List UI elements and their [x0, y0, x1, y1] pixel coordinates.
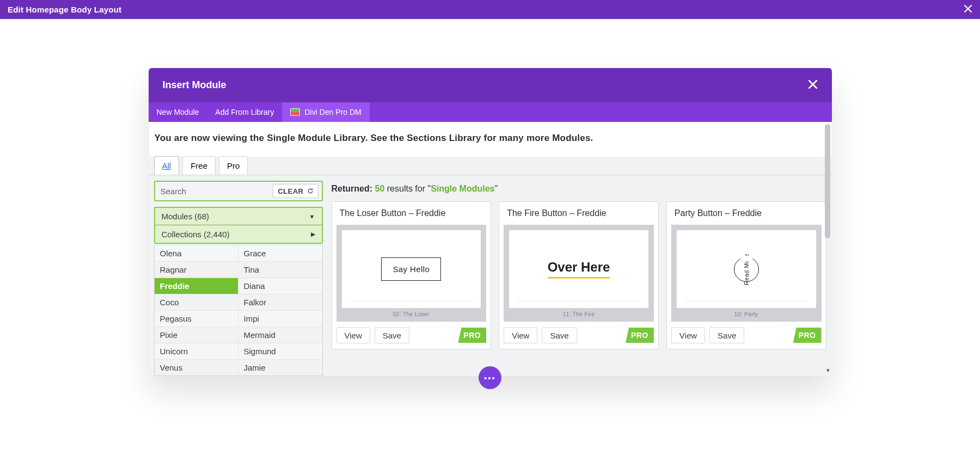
- filter-tab-label: Free: [191, 161, 207, 170]
- search-input[interactable]: [161, 187, 273, 196]
- clear-label: CLEAR: [278, 187, 303, 195]
- clear-button[interactable]: CLEAR: [273, 184, 318, 198]
- cards-row: The Loser Button – FreddieSay Hello02: T…: [332, 201, 826, 349]
- view-button[interactable]: View: [671, 327, 705, 343]
- returned-text: ": [494, 184, 498, 193]
- caret-right-icon: ▶: [311, 231, 315, 238]
- save-button[interactable]: Save: [375, 327, 409, 343]
- preview-stage: Read More: [677, 230, 816, 308]
- filter-tabs: All Free Pro: [149, 156, 832, 175]
- app-close-button[interactable]: [964, 3, 972, 16]
- collection-item[interactable]: Ragnar: [155, 261, 238, 278]
- card-title: The Loser Button – Freddie: [332, 202, 491, 225]
- module-card: The Loser Button – FreddieSay Hello02: T…: [332, 201, 492, 349]
- card-title: Party Button – Freddie: [667, 202, 826, 225]
- collection-item[interactable]: Falkor: [238, 294, 322, 310]
- accordion-modules[interactable]: Modules (68) ▼: [155, 208, 322, 225]
- modal-title: Insert Module: [163, 79, 226, 91]
- refresh-icon: [307, 188, 314, 194]
- divider: [517, 301, 641, 301]
- filter-tab-all[interactable]: All: [154, 156, 180, 175]
- main-panel: Returned: 50 results for "Single Modules…: [332, 181, 826, 376]
- card-actions: ViewSavePRO: [499, 322, 658, 349]
- accordion-label: Collections (2,440): [162, 230, 230, 239]
- caret-down-icon: ▼: [309, 213, 315, 220]
- pro-badge: PRO: [626, 328, 654, 343]
- modal-header: Insert Module: [149, 68, 832, 102]
- preview-button: Read More: [743, 253, 750, 285]
- filter-tab-free[interactable]: Free: [182, 156, 216, 175]
- preview-stage: Over Here: [509, 230, 648, 308]
- module-card: The Fire Button – FreddieOver Here11: Th…: [499, 201, 659, 349]
- preview-button: Say Hello: [381, 257, 441, 281]
- card-actions: ViewSavePRO: [667, 322, 826, 349]
- preview-ring: Read More: [734, 257, 759, 282]
- collection-item[interactable]: Tina: [238, 261, 322, 278]
- filter-tab-pro[interactable]: Pro: [219, 156, 248, 175]
- close-icon: [964, 4, 972, 13]
- card-preview: Say Hello02: The Loser: [336, 225, 487, 322]
- accordion-collections[interactable]: Collections (2,440) ▶: [155, 225, 322, 243]
- close-icon: [808, 79, 818, 89]
- sidebar-accordion: Modules (68) ▼ Collections (2,440) ▶: [154, 207, 323, 244]
- card-caption: 11: The Fire: [509, 308, 648, 317]
- returned-text: results for ": [387, 184, 431, 193]
- app-title: Edit Homepage Body Layout: [8, 5, 121, 14]
- card-buttons: ViewSave: [671, 327, 744, 343]
- collection-item[interactable]: Olena: [155, 245, 238, 261]
- tab-label: Add From Library: [215, 108, 274, 116]
- tab-divi-den-pro-dm[interactable]: Divi Den Pro DM: [282, 102, 369, 122]
- preview-button: Over Here: [548, 260, 610, 279]
- collection-item[interactable]: Pixie: [155, 327, 238, 343]
- collection-item[interactable]: Pegasus: [155, 310, 238, 327]
- save-button[interactable]: Save: [709, 327, 744, 343]
- save-button[interactable]: Save: [542, 327, 577, 343]
- sidebar: CLEAR Modules (68) ▼ Collections (2,440)…: [154, 181, 323, 376]
- tab-add-from-library[interactable]: Add From Library: [207, 102, 282, 122]
- collection-item[interactable]: Unicorn: [155, 343, 238, 359]
- returned-count: 50: [375, 184, 385, 193]
- search-box: CLEAR: [154, 181, 323, 201]
- collection-item[interactable]: Jamie: [238, 359, 322, 375]
- divi-den-logo-icon: [290, 108, 300, 116]
- modal-tabs: New Module Add From Library Divi Den Pro…: [149, 102, 832, 122]
- collection-item[interactable]: Coco: [155, 294, 238, 310]
- returned-label: Returned:: [332, 184, 373, 193]
- returned-query: Single Modules: [431, 184, 494, 193]
- card-actions: ViewSavePRO: [332, 322, 491, 349]
- collection-item[interactable]: Freddie: [155, 278, 238, 294]
- ellipsis-icon: •••: [484, 373, 496, 383]
- scrollbar-thumb[interactable]: [825, 124, 830, 238]
- accordion-label: Modules (68): [162, 212, 210, 221]
- info-strip: You are now viewing the Single Module Li…: [149, 122, 831, 157]
- content-area: CLEAR Modules (68) ▼ Collections (2,440)…: [149, 175, 832, 376]
- divider: [684, 301, 808, 301]
- view-button[interactable]: View: [504, 327, 537, 343]
- view-button[interactable]: View: [336, 327, 370, 343]
- card-caption: 10: Party: [677, 308, 816, 317]
- pro-badge: PRO: [458, 328, 486, 343]
- preview-stage: Say Hello: [342, 230, 481, 308]
- collection-item[interactable]: Mermaid: [238, 327, 322, 343]
- collection-item[interactable]: Diana: [238, 278, 322, 294]
- card-caption: 02: The Loser: [342, 308, 481, 317]
- card-preview: Read More10: Party: [671, 225, 822, 322]
- section-handle-bottom[interactable]: •••: [479, 366, 501, 389]
- collection-item[interactable]: Impi: [238, 310, 322, 327]
- card-buttons: ViewSave: [336, 327, 409, 343]
- collection-item[interactable]: Venus: [155, 359, 238, 375]
- modal-body: You are now viewing the Single Module Li…: [149, 122, 832, 376]
- returned-status: Returned: 50 results for "Single Modules…: [332, 181, 826, 201]
- modal-close-button[interactable]: [808, 78, 818, 93]
- divider: [350, 301, 474, 301]
- tab-new-module[interactable]: New Module: [149, 102, 207, 122]
- collection-item[interactable]: Sigmund: [238, 343, 322, 359]
- insert-module-modal: Insert Module New Module Add From Librar…: [149, 68, 832, 376]
- module-card: Party Button – FreddieRead More10: Party…: [666, 201, 826, 349]
- collections-list: OlenaGraceRagnarTinaFreddieDianaCocoFalk…: [154, 245, 323, 376]
- app-topbar: Edit Homepage Body Layout: [0, 0, 980, 19]
- pro-badge: PRO: [793, 328, 822, 343]
- filter-tab-label: Pro: [227, 161, 240, 170]
- collection-item[interactable]: Grace: [238, 245, 322, 261]
- card-buttons: ViewSave: [504, 327, 577, 343]
